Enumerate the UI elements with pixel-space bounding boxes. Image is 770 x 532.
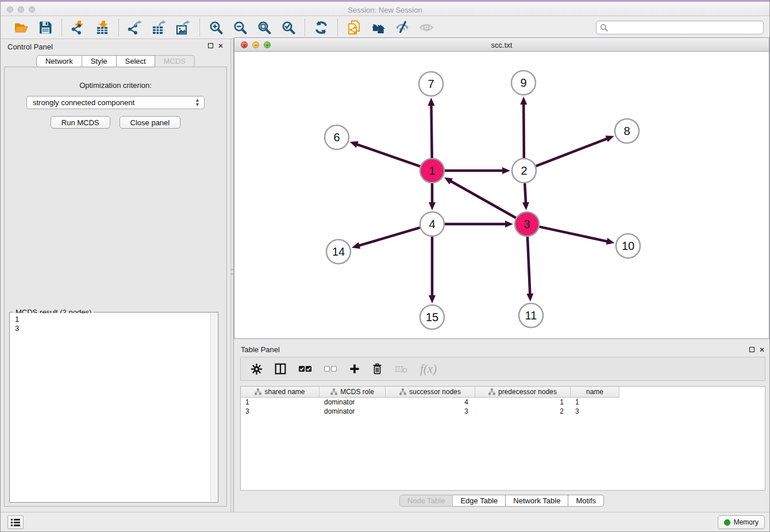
edge-2-3[interactable]: [525, 183, 526, 204]
edge-3-11[interactable]: [528, 237, 530, 295]
table-cell[interactable]: dominator: [319, 407, 386, 416]
table-close-panel-icon[interactable]: ✕: [759, 346, 765, 353]
memory-button[interactable]: Memory: [718, 515, 765, 529]
task-history-button[interactable]: [7, 515, 24, 529]
hide-selection-icon[interactable]: [394, 20, 410, 36]
tab-mcds[interactable]: MCDS: [155, 55, 195, 67]
import-network-icon[interactable]: [70, 20, 86, 36]
memory-label: Memory: [734, 518, 759, 526]
import-table-icon[interactable]: [94, 20, 110, 36]
table-row[interactable]: 1dominator411: [241, 398, 765, 407]
edge-arrowhead: [429, 295, 436, 303]
save-session-icon[interactable]: [37, 20, 53, 36]
mcds-result-text[interactable]: 1 3: [10, 313, 210, 502]
edge-arrowhead: [526, 294, 533, 302]
mcds-panel: Optimization criterion: strongly connect…: [4, 67, 227, 507]
delete-table-icon[interactable]: [395, 365, 407, 373]
table-panel-tabs: Node TableEdge TableNetwork TableMotifs: [234, 495, 769, 507]
node-label-15: 15: [426, 311, 438, 323]
node-table[interactable]: shared nameMCDS rolesuccessor nodesprede…: [240, 386, 765, 491]
export-network-icon[interactable]: [127, 20, 143, 36]
edge-arrowhead: [350, 141, 359, 148]
edge-arrowhead: [429, 202, 436, 210]
table-float-panel-icon[interactable]: [749, 346, 754, 353]
export-image-icon[interactable]: [175, 20, 191, 36]
gear-icon[interactable]: [251, 364, 262, 375]
tab-motifs[interactable]: Motifs: [568, 495, 604, 507]
zoom-out-icon[interactable]: [232, 20, 248, 36]
edge-3-1[interactable]: [449, 180, 515, 218]
application-window: Session: New Session Control Panel ✕ Net…: [0, 0, 770, 532]
columns-icon[interactable]: [275, 363, 286, 375]
edge-1-7[interactable]: [431, 104, 432, 158]
edge-2-9[interactable]: [523, 103, 524, 158]
edge-arrowhead: [522, 202, 529, 210]
duplicate-network-icon[interactable]: [346, 20, 362, 36]
table-cell[interactable]: 3: [386, 407, 475, 416]
table-cell[interactable]: 4: [386, 398, 475, 407]
table-cell[interactable]: 1: [475, 398, 571, 407]
network-canvas[interactable]: 7968124314101511: [234, 52, 769, 338]
table-cell[interactable]: 3: [571, 407, 619, 416]
tab-select[interactable]: Select: [117, 55, 155, 67]
table-header-row: shared nameMCDS rolesuccessor nodesprede…: [241, 387, 765, 398]
first-neighbors-icon[interactable]: [370, 20, 386, 36]
table-cell[interactable]: 3: [241, 407, 319, 416]
search-field-wrap: [596, 21, 764, 34]
table-cell[interactable]: 1: [241, 398, 319, 407]
close-panel-button[interactable]: Close panel: [120, 116, 181, 129]
node-label-10: 10: [622, 240, 634, 252]
node-label-3: 3: [523, 218, 530, 230]
tab-network[interactable]: Network: [36, 55, 82, 67]
show-all-icon[interactable]: [418, 20, 434, 36]
select-all-icon[interactable]: [299, 365, 311, 372]
edge-3-10[interactable]: [540, 227, 609, 242]
deselect-all-icon[interactable]: [324, 365, 337, 372]
zoom-in-icon[interactable]: [208, 20, 224, 36]
close-panel-icon[interactable]: ✕: [218, 43, 224, 49]
delete-column-icon[interactable]: [372, 363, 382, 375]
edge-1-6[interactable]: [356, 144, 420, 167]
table-toolbar: f(x): [240, 357, 765, 381]
table-cell[interactable]: 2: [475, 407, 571, 416]
edge-arrowhead: [352, 242, 360, 249]
tab-node-table[interactable]: Node Table: [399, 495, 453, 507]
title-bar: Session: New Session: [1, 0, 769, 16]
export-table-icon[interactable]: [151, 20, 167, 36]
control-panel-title: Control Panel: [7, 43, 53, 51]
criterion-select[interactable]: strongly connected component ▲▼: [26, 96, 205, 109]
node-label-1: 1: [429, 164, 435, 177]
node-label-9: 9: [520, 76, 526, 89]
add-column-icon[interactable]: [349, 364, 360, 374]
memory-status-icon: [724, 519, 730, 526]
column-header-successor-nodes[interactable]: successor nodes: [386, 387, 475, 398]
edge-4-14[interactable]: [358, 228, 420, 246]
node-label-14: 14: [332, 245, 345, 258]
edge-2-8[interactable]: [536, 138, 609, 166]
control-panel: Control Panel ✕ NetworkStyleSelectMCDS O…: [1, 39, 230, 507]
run-mcds-button[interactable]: Run MCDS: [51, 116, 110, 129]
column-header-predecessor-nodes[interactable]: predecessor nodes: [475, 387, 571, 398]
zoom-selected-icon[interactable]: [280, 20, 297, 36]
edge-arrowhead: [428, 98, 435, 106]
table-cell[interactable]: 1: [571, 398, 619, 407]
tab-network-table[interactable]: Network Table: [506, 495, 568, 507]
refresh-icon[interactable]: [313, 20, 329, 36]
column-header-shared-name[interactable]: shared name: [241, 387, 319, 398]
main-toolbar: [1, 16, 769, 39]
edge-arrowhead: [502, 167, 510, 174]
column-header-MCDS-role[interactable]: MCDS role: [319, 387, 386, 398]
table-cell[interactable]: dominator: [319, 398, 386, 407]
tab-style[interactable]: Style: [82, 55, 117, 67]
table-row[interactable]: 3dominator323: [241, 407, 765, 416]
function-builder-icon[interactable]: f(x): [420, 362, 437, 376]
column-header-name[interactable]: name: [571, 387, 619, 398]
search-input[interactable]: [596, 21, 764, 34]
tab-edge-table[interactable]: Edge Table: [453, 495, 506, 507]
float-panel-icon[interactable]: [208, 43, 213, 49]
result-scrollbar[interactable]: [210, 313, 217, 502]
open-file-icon[interactable]: [13, 20, 29, 36]
network-window-titlebar[interactable]: x − + scc.txt: [234, 38, 769, 52]
edge-arrowhead: [605, 136, 614, 142]
zoom-fit-icon[interactable]: [256, 20, 272, 36]
